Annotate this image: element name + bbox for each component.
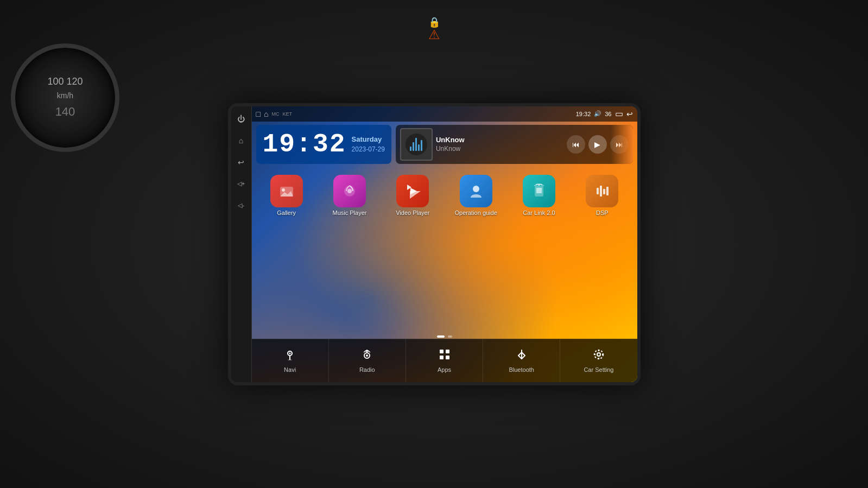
music-controls: ⏮ ▶ ⏭ <box>567 135 629 154</box>
car-setting-icon <box>592 348 605 364</box>
gallery-label: Gallery <box>277 210 296 216</box>
svg-rect-22 <box>446 350 449 353</box>
svg-point-17 <box>289 353 291 354</box>
window-icon: □ <box>256 110 261 118</box>
svg-point-18 <box>288 359 292 360</box>
clock-hours: 19 <box>263 130 296 159</box>
app-grid: Gallery Music Player <box>252 167 637 334</box>
hazard-icon: ⚠ <box>428 27 440 42</box>
app-gallery[interactable]: Gallery <box>256 172 317 332</box>
clock-display: 19:32 <box>263 131 346 157</box>
app-video-player[interactable]: Video Player <box>382 172 443 332</box>
page-indicator <box>252 334 637 339</box>
app-dsp[interactable]: DSP <box>572 172 632 332</box>
video-player-icon <box>396 175 429 207</box>
volume-icon: 🔊 <box>594 110 601 117</box>
carlink-label: Car Link 2.0 <box>523 210 555 216</box>
music-player-label: Music Player <box>333 210 367 216</box>
navi-label: Navi <box>284 366 296 373</box>
album-art-inner <box>406 134 427 155</box>
svg-rect-12 <box>597 188 599 194</box>
svg-point-25 <box>597 353 600 356</box>
side-button-panel: ⏻ ⌂ ↩ ◁+ ◁- <box>231 106 252 382</box>
svg-rect-21 <box>440 350 443 353</box>
music-artist: UnKnow <box>436 145 563 153</box>
guide-label: Operation guide <box>455 210 497 216</box>
nav-bluetooth[interactable]: Bluetooth <box>483 339 560 382</box>
battery-icon: ▭ <box>615 109 623 119</box>
svg-rect-15 <box>606 187 609 195</box>
nav-radio[interactable]: Radio <box>329 339 406 382</box>
play-button[interactable]: ▶ <box>588 135 607 154</box>
waveform <box>410 138 422 151</box>
dot-2 <box>448 335 452 338</box>
svg-point-8 <box>473 186 479 192</box>
car-setting-label: Car Setting <box>584 366 613 373</box>
dsp-label: DSP <box>596 210 609 216</box>
clock-sep: : <box>296 130 313 159</box>
guide-icon <box>460 175 492 207</box>
status-time: 19:32 <box>576 111 591 117</box>
carlink-icon <box>523 175 555 207</box>
music-info: UnKnow UnKnow <box>436 136 563 153</box>
back-icon: ↩ <box>626 110 633 118</box>
apps-icon <box>438 348 451 364</box>
svg-rect-23 <box>440 356 443 359</box>
album-art <box>400 128 433 161</box>
home-icon: ⌂ <box>264 110 268 118</box>
infotainment-unit: ⏻ ⌂ ↩ ◁+ ◁- □ ⌂ MC KET 19:32 🔊 36 ▭ ↩ <box>228 103 641 385</box>
volume-up-button[interactable]: ◁+ <box>234 177 248 191</box>
svg-point-1 <box>282 188 285 192</box>
volume-level: 36 <box>605 111 611 117</box>
status-left: □ ⌂ MC KET <box>256 110 292 118</box>
dsp-icon <box>586 175 618 207</box>
main-screen: □ ⌂ MC KET 19:32 🔊 36 ▭ ↩ 19:32 Satu <box>252 106 637 382</box>
nav-apps[interactable]: Apps <box>406 339 483 382</box>
video-player-label: Video Player <box>396 210 429 216</box>
svg-rect-24 <box>446 356 449 359</box>
clock-date: 2023-07-29 <box>352 145 385 153</box>
app-car-link[interactable]: Car Link 2.0 <box>509 172 569 332</box>
navi-icon <box>283 348 296 364</box>
next-button[interactable]: ⏭ <box>610 135 629 154</box>
radio-label: Radio <box>359 366 375 373</box>
volume-down-button[interactable]: ◁- <box>234 199 248 213</box>
dot-1 <box>437 335 445 338</box>
music-widget: UnKnow UnKnow ⏮ ▶ ⏭ <box>396 125 633 164</box>
nav-car-setting[interactable]: Car Setting <box>560 339 637 382</box>
bluetooth-label: Bluetooth <box>509 366 534 373</box>
svg-rect-13 <box>600 186 602 197</box>
gallery-icon <box>270 175 303 207</box>
status-bar: □ ⌂ MC KET 19:32 🔊 36 ▭ ↩ <box>252 106 637 122</box>
clock-widget: 19:32 Saturday 2023-07-29 <box>256 125 391 164</box>
app-music-player[interactable]: Music Player <box>319 172 380 332</box>
clock-day: Saturday <box>352 135 385 143</box>
back-button[interactable]: ↩ <box>234 155 248 169</box>
ket-label: KET <box>282 111 292 117</box>
radio-icon <box>360 348 373 364</box>
home-button[interactable]: ⌂ <box>234 134 248 148</box>
music-title: UnKnow <box>436 136 563 144</box>
clock-info: Saturday 2023-07-29 <box>352 135 385 153</box>
lock-icon: 🔒 <box>428 16 440 28</box>
nav-navi[interactable]: Navi <box>252 339 329 382</box>
prev-button[interactable]: ⏮ <box>567 135 585 154</box>
bluetooth-icon <box>515 348 528 364</box>
svg-rect-10 <box>536 188 542 193</box>
svg-rect-14 <box>603 189 605 194</box>
bottom-navigation: Navi Radio <box>252 339 637 382</box>
svg-point-20 <box>366 354 368 357</box>
mc-label: MC <box>271 111 279 117</box>
clock-minutes: 32 <box>313 130 346 159</box>
svg-point-4 <box>347 189 352 193</box>
power-button[interactable]: ⏻ <box>234 112 248 126</box>
apps-label: Apps <box>438 366 451 373</box>
top-widgets: 19:32 Saturday 2023-07-29 <box>252 122 637 167</box>
speedometer: 100 120 km/h 140 <box>11 43 119 152</box>
status-right: 19:32 🔊 36 ▭ ↩ <box>576 109 633 119</box>
app-operation-guide[interactable]: Operation guide <box>446 172 506 332</box>
music-player-icon <box>333 175 366 207</box>
svg-point-26 <box>594 350 603 359</box>
